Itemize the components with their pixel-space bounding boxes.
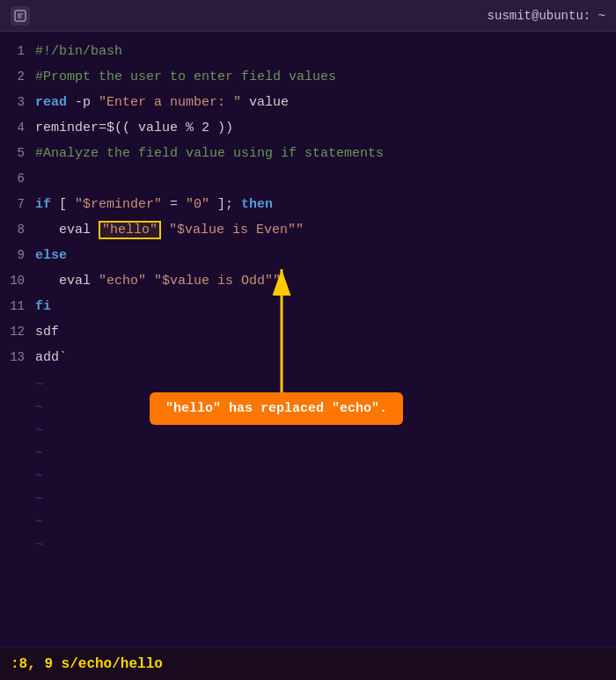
code-line-2: 2 #Prompt the user to enter field values [0, 64, 616, 90]
tilde-line-8: ~ [0, 534, 616, 557]
line-num-4: 4 [0, 115, 35, 140]
status-bar: :8, 9 s/echo/hello [0, 647, 616, 680]
code-line-3: 3 read -p "Enter a number: " value [0, 90, 616, 115]
tilde-line-2: ~ [0, 397, 616, 420]
line-content-6 [35, 167, 43, 192]
line-num-10: 10 [0, 268, 35, 293]
code-line-13: 13 add` [0, 345, 616, 370]
tilde-line-5: ~ [0, 465, 616, 488]
code-line-4: 4 reminder=$(( value % 2 )) [0, 115, 616, 141]
tilde-section: ~ ~ ~ ~ ~ ~ ~ ~ [0, 370, 616, 557]
line-num-8: 8 [0, 217, 35, 242]
status-text: :8, 9 s/echo/hello [11, 656, 163, 672]
tilde-line-4: ~ [0, 442, 616, 465]
line-num-2: 2 [0, 64, 35, 89]
editor-area: 1 #!/bin/bash 2 #Prompt the user to ente… [0, 32, 616, 647]
code-line-12: 12 sdf [0, 319, 616, 345]
title-bar-username: susmit@ubuntu: ~ [488, 9, 605, 23]
terminal-window: susmit@ubuntu: ~ 1 #!/bin/bash 2 #Prompt… [0, 0, 616, 680]
code-line-7: 7 if [ "$reminder" = "0" ]; then [0, 192, 616, 217]
line-content-9: else [35, 244, 67, 268]
code-line-1: 1 #!/bin/bash [0, 39, 616, 64]
code-line-6: 6 [0, 166, 616, 192]
line-content-2: #Prompt the user to enter field values [35, 65, 336, 90]
line-content-5: #Analyze the field value using if statem… [35, 142, 384, 166]
terminal-icon [11, 6, 30, 26]
line-num-9: 9 [0, 243, 35, 267]
line-content-1: #!/bin/bash [35, 40, 122, 64]
line-content-3: read -p "Enter a number: " value [35, 91, 289, 115]
line-content-12: sdf [35, 320, 59, 345]
code-line-8: 8 eval "hello" "$value is Even"" [0, 217, 616, 243]
code-line-11: 11 fi [0, 294, 616, 319]
tilde-line-3: ~ [0, 420, 616, 442]
line-num-3: 3 [0, 90, 35, 114]
line-content-8: eval "hello" "$value is Even"" [35, 218, 304, 243]
line-content-11: fi [35, 295, 51, 319]
line-content-4: reminder=$(( value % 2 )) [35, 116, 233, 141]
code-line-5: 5 #Analyze the field value using if stat… [0, 141, 616, 166]
code-line-9: 9 else [0, 243, 616, 268]
tilde-line-1: ~ [0, 374, 616, 397]
line-num-6: 6 [0, 166, 35, 191]
line-content-13: add` [35, 346, 67, 370]
line-num-5: 5 [0, 141, 35, 165]
line-content-10: eval "echo" "$value is Odd"" [35, 269, 281, 294]
highlight-hello: "hello" [99, 221, 161, 239]
line-num-11: 11 [0, 294, 35, 318]
line-content-7: if [ "$reminder" = "0" ]; then [35, 193, 273, 217]
title-bar-left [11, 6, 30, 26]
line-num-13: 13 [0, 345, 35, 369]
line-num-1: 1 [0, 39, 35, 63]
line-num-7: 7 [0, 192, 35, 216]
code-line-10: 10 eval "echo" "$value is Odd"" [0, 268, 616, 294]
tilde-line-6: ~ [0, 488, 616, 511]
title-bar: susmit@ubuntu: ~ [0, 0, 616, 32]
tilde-line-7: ~ [0, 511, 616, 534]
line-num-12: 12 [0, 319, 35, 344]
